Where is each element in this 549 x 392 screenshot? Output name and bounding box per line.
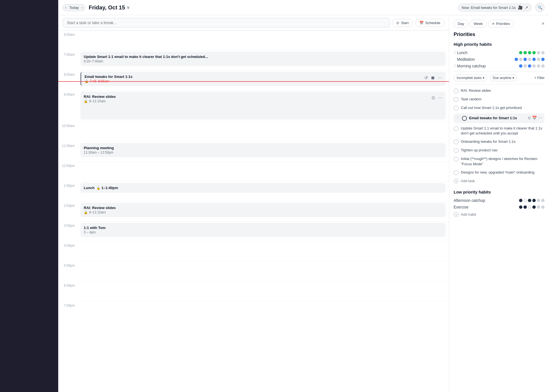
view-tabs: Day Week ≡ Priorities <box>454 20 514 28</box>
task-more-button[interactable]: ⋯ <box>538 116 542 120</box>
time-label-3pm: 3:00pm <box>58 222 78 228</box>
time-content-1pm: Lunch 🔒 1–1:40pm <box>78 182 449 202</box>
time-row-2pm: 2:00pm RAI: Review slides 🔒 9–11:15am <box>58 202 449 222</box>
event-update-smart[interactable]: Update Smart 1:1 email to make it cleare… <box>80 52 446 66</box>
external-link-icon[interactable]: ↗ <box>525 5 528 10</box>
list-icon: ≡ <box>492 22 494 26</box>
add-habit-button[interactable]: + Add habit <box>454 210 545 219</box>
task-check-email[interactable] <box>462 116 467 121</box>
time-row-6am: 6:00am <box>58 30 449 50</box>
prev-day-button[interactable]: ‹ <box>64 5 68 10</box>
event-rai-review[interactable]: RAI: Review slides 🔒 9–11:15am ⊙ ⋯ <box>80 92 446 119</box>
task-check-update[interactable] <box>454 126 459 131</box>
camera-icon[interactable]: 🎥 <box>518 5 523 10</box>
event-title: RAI: Review slides <box>84 95 442 99</box>
task-calendar-button[interactable]: 📅 <box>532 116 537 120</box>
add-habit-icon: + <box>454 212 459 217</box>
stop-button[interactable]: ⏹ <box>430 75 436 81</box>
date-chevron-icon[interactable]: ∨ <box>127 5 129 10</box>
due-anytime-filter[interactable]: Due anytime ▾ <box>490 75 517 81</box>
task-item: Call out how Smart 1:1s get prioritized <box>454 104 545 112</box>
task-check-onboarding[interactable] <box>454 139 459 144</box>
high-priority-habits-header: High priority habits <box>454 42 545 47</box>
event-actions: ↺ ⏹ ⋯ <box>424 75 443 81</box>
event-lunch[interactable]: Lunch 🔒 1–1:40pm <box>80 183 446 193</box>
time-content-8am: Email tweaks for Smart 1:1s 🔒 7:45–8:55a… <box>78 70 449 90</box>
time-label-6am: 6:00am <box>58 30 78 37</box>
task-text: RAI: Review slides <box>461 88 545 93</box>
task-input-bar: ⊙ Start 📅 Schedule <box>58 15 449 30</box>
time-row-11am: 11:00am Planning meeting 11:30am – 12:50… <box>58 142 449 162</box>
task-check-main-onboarding[interactable] <box>454 170 459 175</box>
play-button[interactable]: ⊙ <box>431 95 436 101</box>
event-title: Planning meeting <box>84 146 442 150</box>
dot <box>528 205 531 209</box>
tab-priorities[interactable]: ≡ Priorities <box>488 20 514 28</box>
now-indicator: Now: Email tweaks for Smart 1:1s 🎥 ↗ <box>458 4 532 11</box>
habit-name-exercise: Exercise <box>454 205 519 209</box>
event-title: Update Smart 1:1 email to make it cleare… <box>84 55 442 59</box>
search-icon: 🔍 <box>538 5 542 10</box>
habit-name-morning-catchup: Morning catchup <box>457 64 519 68</box>
incomplete-tasks-filter[interactable]: Incomplete tasks ▾ <box>454 75 487 81</box>
schedule-button[interactable]: 📅 Schedule <box>415 19 444 27</box>
time-content-5pm <box>78 261 449 281</box>
task-check-random[interactable] <box>454 97 459 102</box>
drag-handle-icon[interactable]: ⠿ <box>454 64 456 68</box>
next-day-button[interactable]: › <box>80 5 84 10</box>
task-text: Task random <box>461 97 545 102</box>
lock-icon: 🔒 <box>84 99 88 103</box>
dot <box>537 51 540 54</box>
close-priorities-button[interactable]: × <box>542 21 545 27</box>
more-button[interactable]: ⋯ <box>437 95 443 101</box>
drag-handle-icon[interactable]: ⠿ <box>456 116 459 120</box>
habit-dots-lunch <box>519 51 545 54</box>
add-filter-button[interactable]: + Filter <box>534 76 545 80</box>
dot <box>541 205 545 209</box>
task-text: Designs for new, upgraded *main* onboard… <box>461 170 545 175</box>
task-play-button[interactable]: ⊙ <box>528 116 531 120</box>
event-email-tweaks[interactable]: Email tweaks for Smart 1:1s 🔒 7:45–8:55a… <box>80 72 446 86</box>
drag-handle-icon[interactable]: ⠿ <box>454 50 456 55</box>
dot <box>523 199 527 202</box>
time-content-4pm <box>78 241 449 261</box>
task-item: RAI: Review slides <box>454 86 545 95</box>
time-label-9am: 9:00am <box>58 90 78 96</box>
event-time: 🔒 9–11:15am <box>84 99 442 103</box>
event-planning[interactable]: Planning meeting 11:30am – 12:50pm <box>80 143 446 157</box>
start-button[interactable]: ⊙ Start <box>392 19 413 27</box>
dot <box>523 64 527 68</box>
task-input[interactable] <box>63 18 390 27</box>
restart-button[interactable]: ↺ <box>424 75 428 81</box>
task-check-callout[interactable] <box>454 106 459 111</box>
habit-dots-afternoon <box>519 199 545 202</box>
today-button[interactable]: Today <box>68 4 81 11</box>
time-label-12pm: 12:00pm <box>58 162 78 168</box>
event-time: 6:20–7:40am <box>84 59 442 63</box>
lock-icon: 🔒 <box>96 186 100 190</box>
task-actions: ⊙ 📅 ⋯ <box>528 116 542 120</box>
chevron-down-icon: ▾ <box>483 76 484 80</box>
task-check-nav[interactable] <box>454 148 459 153</box>
tab-week[interactable]: Week <box>469 20 487 28</box>
event-1on1-tom[interactable]: 1:1 with Tom 3 – 4pm <box>80 223 446 237</box>
more-button[interactable]: ⋯ <box>437 75 443 81</box>
time-row-7am: 7:00am Update Smart 1:1 email to make it… <box>58 50 449 70</box>
calendar-scroll[interactable]: 6:00am 7:00am Update Smart 1:1 email to … <box>58 30 449 392</box>
task-item: Designs for new, upgraded *main* onboard… <box>454 168 545 177</box>
time-label-11am: 11:00am <box>58 142 78 148</box>
search-button[interactable]: 🔍 <box>535 3 545 12</box>
dot <box>519 58 522 61</box>
time-label-7am: 7:00am <box>58 50 78 57</box>
task-check-rai[interactable] <box>454 88 459 93</box>
event-time: 🔒 9–11:15am <box>84 210 442 214</box>
dot <box>532 51 536 54</box>
add-icon: + <box>454 179 459 184</box>
event-rai-review-2[interactable]: RAI: Review slides 🔒 9–11:15am <box>80 203 446 217</box>
main-area: ‹ Today › Friday, Oct 15 ∨ Now: Email tw… <box>58 0 549 392</box>
habit-name-lunch: Lunch <box>457 50 519 55</box>
task-check-designs[interactable] <box>454 157 459 162</box>
add-task-button[interactable]: + Add task <box>454 177 545 185</box>
tab-day[interactable]: Day <box>454 20 468 28</box>
time-row-5pm: 5:00pm <box>58 261 449 281</box>
